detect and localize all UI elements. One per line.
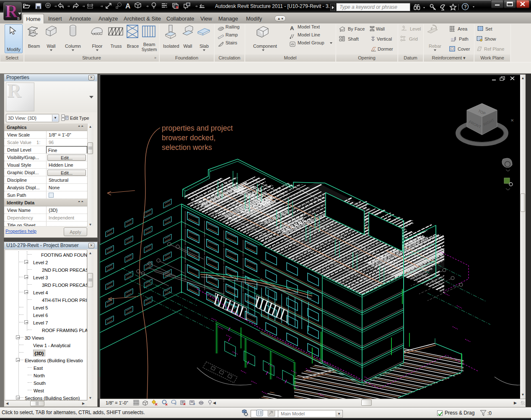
- svg-text:9: 9: [174, 402, 176, 406]
- svg-text:browser docked,: browser docked,: [162, 134, 215, 142]
- svg-text:S: S: [17, 16, 20, 21]
- svg-text:?: ?: [464, 4, 467, 9]
- svg-text:selection works: selection works: [162, 143, 212, 152]
- svg-text:✕: ✕: [510, 118, 514, 123]
- svg-text:A: A: [125, 2, 130, 10]
- svg-text:R: R: [5, 2, 18, 21]
- svg-text:properties and project: properties and project: [162, 124, 233, 132]
- svg-text:9: 9: [193, 402, 195, 406]
